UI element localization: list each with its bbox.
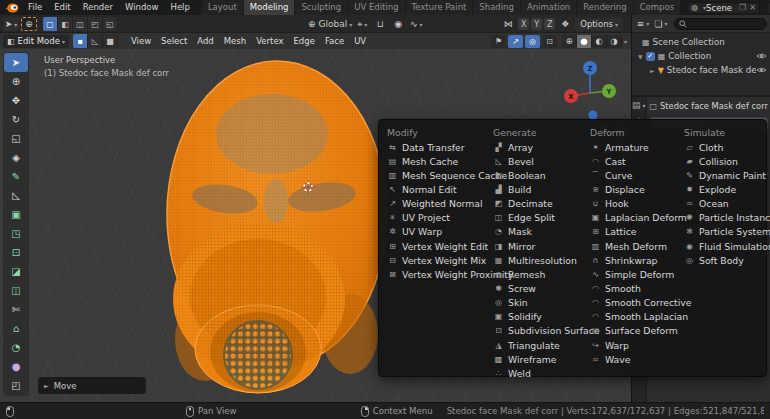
menu-bar-item[interactable]: Render [77, 0, 119, 15]
menu-item[interactable]: ✱Screw [493, 281, 590, 295]
outliner-filter-dropdown[interactable]: ≡▾ [635, 17, 651, 31]
new-scene-icon[interactable]: ❐ [739, 3, 746, 12]
menu-item[interactable]: ⌒Curve [590, 168, 684, 182]
tool-button[interactable]: ✥ [4, 91, 28, 110]
workspace-tab[interactable]: Texture Paint [406, 0, 474, 15]
menu-item[interactable]: ▣Laplacian Deform [590, 211, 684, 225]
menu-item[interactable]: ⊡Subdivision Surface [493, 324, 590, 338]
menu-item[interactable]: ✸Explode [684, 182, 764, 196]
viewport-menu-item[interactable]: View [126, 33, 156, 49]
viewport-menu-item[interactable]: Edge [289, 33, 320, 49]
menu-item[interactable]: ▥Mesh Sequence Cache [387, 168, 493, 182]
menu-item[interactable]: ▱Cloth [684, 140, 764, 154]
mesh-select-mode-button[interactable]: ◺ [88, 34, 103, 48]
viewport-menu-item[interactable]: Add [192, 33, 218, 49]
shading-mode-button[interactable]: ⊕ [562, 35, 577, 48]
tool-button[interactable]: ▣ [4, 205, 28, 224]
menu-item[interactable]: ◺Bevel [493, 154, 590, 168]
transform-orientation-dropdown[interactable]: ⊕ Global▾ [308, 17, 352, 31]
workspace-tab[interactable]: Animation [521, 0, 577, 15]
tool-button[interactable]: ➤ [4, 53, 28, 72]
falloff-dropdown[interactable]: ∿▾ [408, 17, 424, 31]
tool-button[interactable]: ⊡ [4, 243, 28, 262]
menu-item[interactable]: ≋Displace [590, 182, 684, 196]
menu-item[interactable]: ▣Solidify [493, 310, 590, 324]
cursor-tool-button[interactable]: ⊕ [21, 17, 37, 31]
viewport-toggle-button[interactable]: ⚑ [491, 35, 506, 48]
tool-button[interactable]: ● [4, 357, 28, 376]
active-tool-dropdown[interactable]: ➤▾ [3, 17, 19, 31]
menu-item[interactable]: ◮Triangulate [493, 338, 590, 352]
menu-bar-item[interactable]: Window [119, 0, 165, 15]
select-mode-button[interactable]: ◧ [58, 17, 73, 31]
menu-item[interactable]: ✶Armature [590, 140, 684, 154]
proportional-editing-toggle[interactable]: ◉ [390, 17, 406, 31]
menu-bar-item[interactable]: Edit [48, 0, 76, 15]
menu-item[interactable]: ▥Mesh Deform [590, 239, 684, 253]
menu-item[interactable]: ◎Skin [493, 296, 590, 310]
options-dropdown[interactable]: Options▾ [575, 18, 623, 31]
viewport-menu-item[interactable]: Face [320, 33, 349, 49]
collection-checkbox[interactable]: ✓ [646, 52, 655, 61]
snap-toggle[interactable]: ⊔ [372, 17, 388, 31]
menu-item[interactable]: ◠Smooth Laplacian [590, 310, 684, 324]
viewport-menu-item[interactable]: UV [349, 33, 371, 49]
select-mode-button[interactable]: ◫ [73, 17, 88, 31]
tool-button[interactable]: ◪ [4, 262, 28, 281]
outliner-row-scene-collection[interactable]: ▦ Scene Collection [632, 35, 770, 49]
tool-button[interactable]: ⌂ [4, 319, 28, 338]
shading-dropdown-icon[interactable]: ▾ [624, 38, 627, 45]
shading-mode-button[interactable]: ◐ [592, 35, 607, 48]
mesh-select-mode-button[interactable]: ▪ [73, 34, 88, 48]
shading-mode-button[interactable]: ◑ [607, 35, 622, 48]
menu-item[interactable]: ✻Particle System [684, 225, 764, 239]
mirror-axis-toggle[interactable]: Y [531, 18, 542, 30]
menu-item[interactable]: ✳UV Project [387, 211, 493, 225]
mesh-select-mode-button[interactable]: ■ [103, 34, 118, 48]
menu-item[interactable]: ◨Mirror [493, 239, 590, 253]
menu-item[interactable]: ◍Remesh [493, 267, 590, 281]
menu-item[interactable]: ◔Mask [493, 225, 590, 239]
menu-bar-item[interactable]: File [22, 0, 48, 15]
menu-item[interactable]: ◫Edge Split [493, 211, 590, 225]
menu-bar-item[interactable]: Help [164, 0, 195, 15]
tool-button[interactable]: ✎ [4, 167, 28, 186]
menu-item[interactable]: ◩Decimate [493, 197, 590, 211]
viewport-menu-item[interactable]: Select [156, 33, 192, 49]
menu-item[interactable]: ∿Simple Deform [590, 267, 684, 281]
outliner-display-mode-dropdown[interactable]: ❏▾ [653, 17, 669, 31]
menu-item[interactable]: ⇆Data Transfer [387, 140, 493, 154]
menu-item[interactable]: ≈Ocean [684, 197, 764, 211]
menu-item[interactable]: ✎Dynamic Paint [684, 168, 764, 182]
tool-button[interactable]: ◔ [4, 338, 28, 357]
tool-button[interactable]: ◱ [4, 129, 28, 148]
viewport-menu-item[interactable]: Vertex [251, 33, 288, 49]
tool-button[interactable]: ◳ [4, 224, 28, 243]
search-input[interactable] [687, 19, 762, 28]
outliner-search[interactable] [674, 18, 767, 30]
operator-panel-move[interactable]: ► Move [38, 377, 146, 394]
editor-type-icon[interactable]: ▤▾ [632, 100, 646, 116]
outliner-row-object[interactable]: ► ▼ Stedoc face Mask de [632, 63, 770, 77]
menu-item[interactable]: ∴Weld [493, 366, 590, 380]
snap-target-dropdown[interactable]: ⌖▾ [354, 17, 370, 31]
mirror-axis-toggle[interactable]: X [518, 18, 529, 30]
menu-item[interactable]: ▰Collision [684, 154, 764, 168]
visibility-eye-icon[interactable] [756, 52, 767, 60]
menu-item[interactable]: ⊠Vertex Weight Proximity [387, 267, 493, 281]
menu-item[interactable]: ⊞Lattice [590, 225, 684, 239]
menu-item[interactable]: ↖Normal Edit [387, 182, 493, 196]
view-layer-selector[interactable]: ❏▾ View Layer ❐ ✕ [766, 2, 770, 14]
menu-item[interactable]: ◧Boolean [493, 168, 590, 182]
menu-item[interactable]: ▟Build [493, 182, 590, 196]
mirror-axis-toggle[interactable]: Z [544, 18, 555, 30]
menu-item[interactable]: ▦Multiresolution [493, 253, 590, 267]
tool-button[interactable]: ⊕ [4, 72, 28, 91]
tool-button[interactable]: ↻ [4, 110, 28, 129]
menu-item[interactable]: ▤Surface Deform [590, 324, 684, 338]
menu-item[interactable]: ▤Mesh Cache [387, 154, 493, 168]
menu-item[interactable]: ◠Smooth [590, 281, 684, 295]
select-mode-button[interactable]: ◱ [103, 17, 118, 31]
menu-item[interactable]: ◠Cast [590, 154, 684, 168]
workspace-tab[interactable]: Modeling [244, 0, 296, 15]
